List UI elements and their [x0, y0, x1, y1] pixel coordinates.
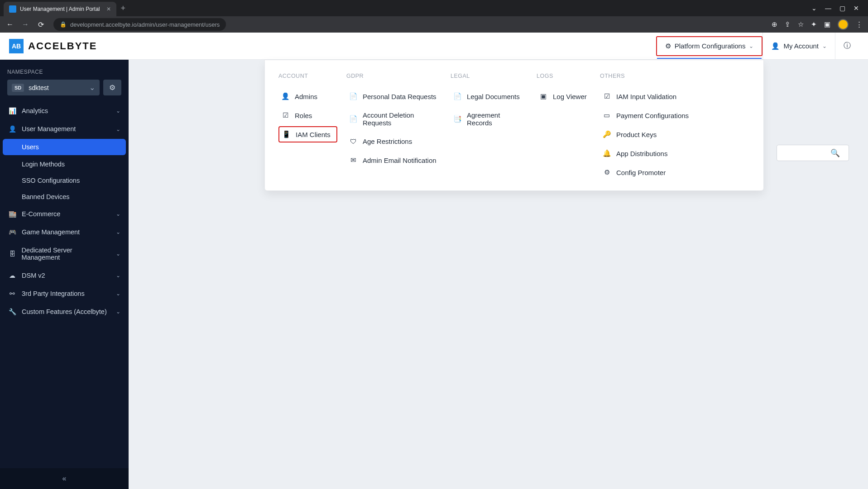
side-panel-icon[interactable]: ▣: [824, 20, 830, 28]
my-account-button[interactable]: 👤 My Account ⌄: [762, 33, 835, 59]
dropdown-item-admin-email[interactable]: ✉ Admin Email Notification: [346, 152, 441, 168]
sidebar-item-analytics[interactable]: 📊 Analytics ⌄: [0, 102, 129, 120]
share-icon[interactable]: ⇪: [785, 20, 791, 28]
dropdown-item-label: App Distributions: [616, 150, 667, 157]
chevron-down-icon: ⌄: [116, 272, 120, 279]
dropdown-item-app-distributions[interactable]: 🔔 App Distributions: [600, 145, 750, 161]
sidebar-subitem-users[interactable]: Users: [3, 139, 126, 155]
dropdown-item-log-viewer[interactable]: ▣ Log Viewer: [537, 88, 591, 104]
sidebar-item-label: E-Commerce: [22, 210, 60, 218]
dropdown-item-iam-input-validation[interactable]: ☑ IAM Input Validation: [600, 88, 750, 104]
dropdown-item-iam-clients[interactable]: 📱 IAM Clients: [278, 126, 337, 142]
chart-icon: 📊: [8, 107, 16, 114]
extensions-icon[interactable]: ✦: [811, 20, 817, 28]
logo-mark: [9, 39, 24, 53]
browser-tab[interactable]: User Management | Admin Portal ✕: [4, 2, 116, 16]
sidebar-subitem-banned-devices[interactable]: Banned Devices: [0, 189, 129, 205]
namespace-settings-button[interactable]: ⚙: [103, 80, 121, 95]
platform-configurations-dropdown: ACCOUNT 👤 Admins ☑ Roles 📱 IAM Clients: [264, 60, 764, 191]
address-bar: ← → ⟳ 🔒 development.accelbyte.io/admin/u…: [0, 16, 868, 33]
chevron-down-icon: ⌄: [116, 309, 120, 315]
sidebar-item-dsm-v2[interactable]: ☁ DSM v2 ⌄: [0, 266, 129, 285]
window-minimize-icon[interactable]: —: [825, 5, 831, 12]
sidebar-item-ecommerce[interactable]: 🏬 E-Commerce ⌄: [0, 205, 129, 223]
window-maximize-icon[interactable]: ▢: [839, 5, 845, 12]
url-input[interactable]: 🔒 development.accelbyte.io/admin/user-ma…: [53, 18, 226, 31]
logo[interactable]: ACCELBYTE: [9, 39, 97, 53]
user-icon: 👤: [281, 92, 289, 100]
sidebar-item-custom-features[interactable]: 🔧 Custom Features (Accelbyte) ⌄: [0, 303, 129, 321]
dropdown-item-personal-data[interactable]: 📄 Personal Data Requests: [346, 88, 441, 104]
dropdown-item-label: IAM Input Validation: [616, 93, 676, 100]
chevron-down-icon: ⌄: [116, 211, 120, 217]
sidebar-item-label: User Management: [22, 125, 76, 133]
dropdown-item-label: Config Promoter: [616, 169, 666, 176]
help-icon: ⓘ: [844, 41, 851, 51]
tab-favicon: [9, 5, 16, 13]
sidebar-item-label: Analytics: [22, 107, 48, 114]
sidebar-item-label: DSM v2: [22, 272, 45, 279]
dropdown-item-config-promoter[interactable]: ⚙ Config Promoter: [600, 164, 750, 180]
mail-icon: ✉: [349, 156, 357, 164]
dropdown-item-label: Age Restrictions: [363, 138, 412, 145]
tab-close-icon[interactable]: ✕: [106, 6, 111, 12]
chevron-down-icon: ⌄: [116, 251, 120, 257]
collapse-sidebar-button[interactable]: «: [0, 468, 129, 489]
store-icon: 🏬: [8, 210, 16, 218]
sidebar-subitem-sso-configurations[interactable]: SSO Configurations: [0, 172, 129, 189]
dropdown-item-product-keys[interactable]: 🔑 Product Keys: [600, 126, 750, 142]
dropdown-item-account-deletion[interactable]: 📄 Account Deletion Requests: [346, 107, 441, 131]
url-text: development.accelbyte.io/admin/user-mana…: [70, 21, 220, 28]
dropdown-item-payment-configurations[interactable]: ▭ Payment Configurations: [600, 107, 750, 123]
profile-avatar[interactable]: [838, 19, 849, 30]
search-input-container[interactable]: [777, 145, 849, 161]
chevron-down-icon[interactable]: ⌄: [811, 5, 817, 12]
chevron-down-icon: ⌄: [89, 83, 95, 92]
platform-configurations-button[interactable]: ⚙ Platform Configurations ⌄: [656, 36, 763, 56]
server-icon: 🗄: [8, 250, 16, 257]
new-tab-button[interactable]: +: [121, 4, 126, 13]
game-icon: 🎮: [8, 228, 16, 236]
card-icon: ▭: [603, 111, 611, 119]
chevron-down-icon: ⌄: [116, 290, 120, 297]
sidebar-item-3rd-party[interactable]: ⚯ 3rd Party Integrations ⌄: [0, 285, 129, 303]
reload-button[interactable]: ⟳: [36, 20, 45, 29]
sidebar-item-label: Game Management: [22, 228, 80, 236]
sidebar-item-dedicated-server[interactable]: 🗄 Dedicated Server Management ⌄: [0, 241, 129, 266]
dropdown-item-label: Personal Data Requests: [363, 93, 436, 100]
chevron-down-icon: ⌄: [116, 229, 120, 235]
sidebar-item-game-management[interactable]: 🎮 Game Management ⌄: [0, 223, 129, 241]
document-icon: 📑: [453, 115, 461, 123]
dropdown-item-label: Agreement Records: [467, 111, 525, 127]
dropdown-item-agreement-records[interactable]: 📑 Agreement Records: [451, 107, 528, 131]
forward-button[interactable]: →: [21, 20, 30, 28]
gear-icon: ⚙: [665, 42, 671, 50]
wrench-icon: 🔧: [8, 308, 16, 315]
key-icon: 🔑: [603, 130, 611, 138]
zoom-icon[interactable]: ⊕: [772, 20, 777, 28]
dropdown-header-logs: LOGS: [537, 73, 591, 79]
dropdown-item-legal-documents[interactable]: 📄 Legal Documents: [451, 88, 528, 104]
platform-config-label: Platform Configurations: [675, 42, 746, 50]
namespace-selector[interactable]: SD sdktest ⌄: [7, 80, 100, 95]
sidebar-item-label: Users: [22, 143, 39, 151]
dropdown-header-account: ACCOUNT: [278, 73, 337, 79]
lock-icon: 🔒: [60, 21, 67, 28]
help-button[interactable]: ⓘ: [835, 33, 859, 59]
main-content: 🔍 ACCOUNT 👤 Admins ☑ Roles 📱 IAM Clients: [129, 60, 868, 489]
dropdown-item-admins[interactable]: 👤 Admins: [278, 88, 337, 104]
phone-icon: 📱: [282, 130, 290, 138]
sidebar: NAMESPACE SD sdktest ⌄ ⚙ 📊 Analytics ⌄ 👤…: [0, 60, 129, 489]
sidebar-subitem-login-methods[interactable]: Login Methods: [0, 156, 129, 172]
dropdown-item-age-restrictions[interactable]: 🛡 Age Restrictions: [346, 133, 441, 149]
more-menu-icon[interactable]: ⋮: [856, 20, 863, 28]
window-close-icon[interactable]: ✕: [854, 5, 859, 12]
back-button[interactable]: ←: [5, 20, 14, 28]
sidebar-item-user-management[interactable]: 👤 User Management ⌃: [0, 120, 129, 138]
dropdown-item-label: Roles: [295, 112, 312, 119]
shield-icon: 🛡: [349, 138, 357, 145]
dropdown-item-label: Account Deletion Requests: [363, 111, 439, 127]
bookmark-icon[interactable]: ☆: [798, 20, 804, 28]
sidebar-item-label: SSO Configurations: [22, 177, 80, 184]
dropdown-item-roles[interactable]: ☑ Roles: [278, 107, 337, 123]
